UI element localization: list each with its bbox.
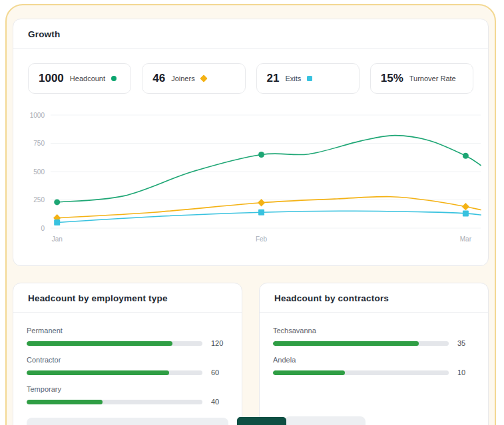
headcount-value: 1000 [39,72,64,85]
headcount-point-icon [463,153,469,159]
progress-bar-track [27,370,202,375]
growth-stats-row: 1000 Headcount 46 Joiners 21 Exits 15% T… [13,49,488,94]
progress-bar-track [27,400,202,404]
progress-bar-fill [27,370,169,375]
bar-row: Contractor 60 [27,356,228,376]
turnover-label: Turnover Rate [409,74,456,82]
x-tick-label: Jan [52,235,63,243]
stat-turnover-rate[interactable]: 15% Turnover Rate [370,63,473,94]
joiners-point-icon [462,203,469,210]
contractors-card: Headcount by contractors Techsavanna 35 … [259,283,489,425]
bar-value: 35 [457,339,475,347]
progress-bar-track [273,341,449,346]
growth-card-title: Growth [13,19,488,49]
headcount-point-icon [258,152,264,158]
y-tick-label: 750 [33,140,45,147]
employment-type-card-title: Headcount by employment type [13,283,242,313]
progress-bar-fill [27,341,172,346]
bar-label: Contractor [27,356,228,364]
cutoff-content-block [27,418,228,425]
stat-headcount[interactable]: 1000 Headcount [28,63,131,94]
y-tick-label: 1000 [30,112,45,119]
bar-value: 40 [211,398,228,406]
progress-bar-track [27,341,202,346]
employment-bar-list: Permanent 120 Contractor 60 Temporary 40 [13,313,242,406]
x-tick-label: Feb [256,235,268,243]
y-tick-label: 250 [33,196,45,204]
turnover-value: 15% [381,72,403,85]
headcount-label: Headcount [70,74,105,82]
bar-row: Permanent 120 [27,327,228,347]
exits-line [57,211,481,222]
stat-exits[interactable]: 21 Exits [256,63,360,94]
circle-marker-icon [111,76,117,81]
joiners-value: 46 [152,72,165,85]
headcount-point-icon [54,199,60,205]
y-tick-label: 0 [41,225,45,232]
y-tick-label: 500 [33,168,45,176]
bar-row: Temporary 40 [27,385,228,406]
stat-joiners[interactable]: 46 Joiners [142,63,245,94]
dashboard-background: Growth 1000 Headcount 46 Joiners 21 Exit… [5,4,496,425]
progress-bar-fill [273,341,419,346]
exits-point-icon [54,219,60,225]
exits-label: Exits [285,74,301,82]
bottom-overlay-element[interactable] [237,417,286,425]
x-tick-label: Mar [460,235,472,243]
contractors-bar-list: Techsavanna 35 Andela 10 [260,313,488,376]
exits-value: 21 [267,72,280,85]
joiners-label: Joiners [171,74,194,82]
exits-point-icon [463,210,469,216]
square-marker-icon [307,76,312,81]
bar-value: 120 [211,339,228,347]
progress-bar-fill [27,400,103,404]
bottom-cards-row: Headcount by employment type Permanent 1… [13,283,489,425]
bar-row: Techsavanna 35 [273,327,475,347]
progress-bar-track [273,370,449,375]
bar-row: Andela 10 [273,356,475,376]
progress-bar-fill [273,370,345,375]
bar-label: Temporary [27,385,228,393]
cutoff-content-block [284,416,366,425]
growth-card: Growth 1000 Headcount 46 Joiners 21 Exit… [13,19,489,266]
line-chart-svg[interactable]: 02505007501000JanFebMar [19,110,485,245]
growth-line-chart[interactable]: 02505007501000JanFebMar [19,110,484,245]
bar-label: Techsavanna [273,327,475,335]
contractors-card-title: Headcount by contractors [260,283,488,313]
employment-type-card: Headcount by employment type Permanent 1… [13,283,242,425]
headcount-line [57,136,481,202]
bar-value: 60 [211,368,228,376]
exits-point-icon [258,210,264,215]
bar-label: Andela [273,356,475,364]
bar-label: Permanent [27,327,228,335]
bar-value: 10 [457,368,475,376]
diamond-marker-icon [200,74,207,82]
